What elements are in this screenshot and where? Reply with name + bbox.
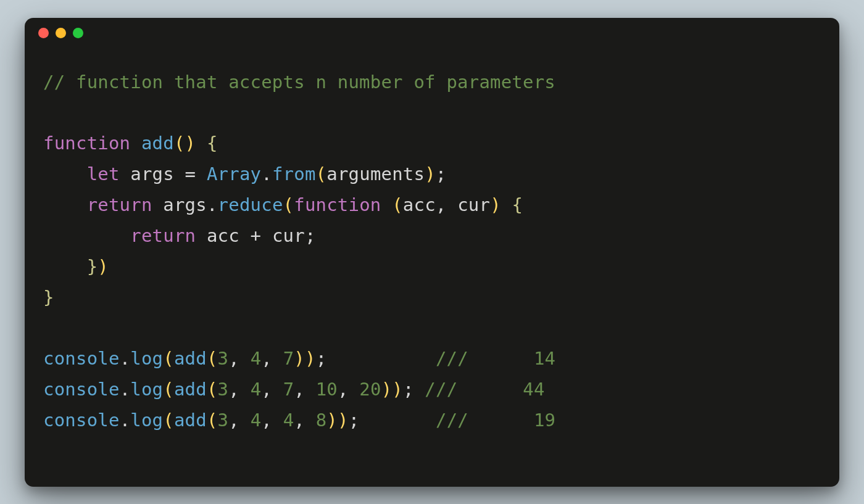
object-array: Array <box>207 163 261 184</box>
indent <box>43 194 87 215</box>
code-comment-output: /// 14 <box>436 348 555 369</box>
keyword-function: function <box>294 194 381 215</box>
brace-open: { <box>207 133 218 154</box>
function-name-add: add <box>141 133 174 154</box>
space <box>152 194 164 215</box>
space <box>381 194 393 215</box>
keyword-let: let <box>87 163 120 184</box>
operator-equals: = <box>185 163 196 184</box>
number-literal: 7 <box>283 379 294 400</box>
number-literal: 3 <box>218 348 229 369</box>
comma: , <box>261 348 272 369</box>
paren-close: ) <box>294 348 305 369</box>
paren-open: ( <box>174 133 185 154</box>
window-titlebar <box>25 18 839 49</box>
number-literal: 20 <box>359 379 381 400</box>
semicolon: ; <box>305 225 316 246</box>
space <box>305 379 316 400</box>
dot: . <box>261 163 272 184</box>
identifier-arguments: arguments <box>326 163 425 184</box>
space <box>239 225 251 246</box>
param-acc: acc <box>403 194 436 215</box>
space <box>120 163 131 184</box>
space-pad <box>326 348 436 369</box>
indent <box>43 225 130 246</box>
space <box>305 410 316 431</box>
number-literal: 8 <box>316 410 327 431</box>
dot: . <box>120 348 131 369</box>
identifier-acc: acc <box>207 225 239 246</box>
code-window: // function that accepts n number of par… <box>25 18 839 487</box>
method-log: log <box>130 348 163 369</box>
number-literal: 4 <box>251 410 262 431</box>
brace-close: } <box>87 256 98 277</box>
method-from: from <box>272 163 316 184</box>
dot: . <box>120 379 131 400</box>
zoom-icon[interactable] <box>73 28 83 38</box>
space <box>349 379 360 400</box>
comma: , <box>261 410 272 431</box>
method-log: log <box>130 379 163 400</box>
semicolon: ; <box>403 379 414 400</box>
paren-close: ) <box>305 348 316 369</box>
space <box>272 348 283 369</box>
method-log: log <box>130 410 163 431</box>
paren-open: ( <box>207 410 218 431</box>
brace-open: { <box>512 194 523 215</box>
space <box>196 225 207 246</box>
indent <box>43 163 87 184</box>
paren-close: ) <box>98 256 109 277</box>
code-comment: // function that accepts n number of par… <box>43 72 555 93</box>
code-comment-output: /// 44 <box>425 379 544 400</box>
space <box>196 133 207 154</box>
semicolon: ; <box>349 410 360 431</box>
brace-close: } <box>43 287 54 308</box>
method-reduce: reduce <box>218 194 283 215</box>
number-literal: 10 <box>316 379 338 400</box>
code-block: // function that accepts n number of par… <box>25 49 839 455</box>
object-console: console <box>43 348 120 369</box>
comma: , <box>338 379 349 400</box>
number-literal: 3 <box>218 379 229 400</box>
paren-open: ( <box>283 194 294 215</box>
number-literal: 4 <box>251 348 262 369</box>
paren-open: ( <box>207 379 218 400</box>
number-literal: 7 <box>283 348 294 369</box>
call-add: add <box>174 379 207 400</box>
code-comment-output: /// 19 <box>436 410 555 431</box>
paren-close: ) <box>326 410 338 431</box>
comma: , <box>228 348 239 369</box>
number-literal: 3 <box>218 410 229 431</box>
operator-plus: + <box>251 225 262 246</box>
paren-open: ( <box>163 379 174 400</box>
dot: . <box>207 194 218 215</box>
space-pad <box>414 379 425 400</box>
keyword-return: return <box>87 194 152 215</box>
number-literal: 4 <box>251 379 262 400</box>
close-icon[interactable] <box>38 28 49 38</box>
paren-close: ) <box>185 133 196 154</box>
space-pad <box>359 410 425 431</box>
param-cur: cur <box>457 194 490 215</box>
minimize-icon[interactable] <box>56 28 66 38</box>
comma: , <box>294 379 305 400</box>
keyword-return: return <box>130 225 196 246</box>
call-add: add <box>174 348 207 369</box>
paren-open: ( <box>392 194 403 215</box>
space <box>239 379 251 400</box>
comma: , <box>436 194 447 215</box>
space <box>130 133 141 154</box>
space <box>239 410 251 431</box>
object-console: console <box>43 379 120 400</box>
space <box>174 163 185 184</box>
paren-close: ) <box>381 379 393 400</box>
space <box>196 163 207 184</box>
call-add: add <box>174 410 207 431</box>
space <box>447 194 458 215</box>
comma: , <box>228 410 239 431</box>
indent <box>43 256 87 277</box>
dot: . <box>120 410 131 431</box>
paren-open: ( <box>163 410 174 431</box>
identifier-args: args <box>163 194 207 215</box>
paren-close: ) <box>338 410 349 431</box>
